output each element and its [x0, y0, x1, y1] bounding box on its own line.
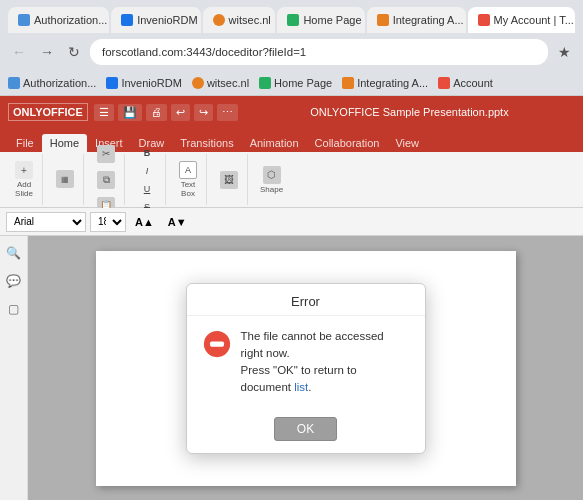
oo-sidebar: 🔍 💬 ▢ — [0, 236, 28, 500]
oo-more-icon[interactable]: ⋯ — [217, 104, 238, 121]
ribbon-tab-collaboration[interactable]: Collaboration — [307, 134, 388, 152]
bookmark-homepage[interactable]: Home Page — [259, 77, 332, 89]
bookmark-integrating[interactable]: Integrating A... — [342, 77, 428, 89]
tab-favicon-homepage — [287, 14, 299, 26]
slides-panel-button[interactable]: ▢ — [3, 298, 25, 320]
error-message: The file cannot be accessed right now. P… — [241, 328, 409, 397]
address-bar: ← → ↻ ★ — [0, 34, 583, 70]
ribbon-tab-file[interactable]: File — [8, 134, 42, 152]
browser-chrome: Authorization... InvenioRDM witsec.nl Ho… — [0, 0, 583, 96]
oo-topbar: ONLYOFFICE ☰ 💾 🖨 ↩ ↪ ⋯ ONLYOFFICE Sample… — [0, 96, 583, 128]
onlyoffice-app: ONLYOFFICE ☰ 💾 🖨 ↩ ↪ ⋯ ONLYOFFICE Sample… — [0, 96, 583, 500]
ribbon-tabs: File Home Insert Draw Transitions Animat… — [0, 128, 583, 152]
shape-icon: ⬡ — [263, 166, 281, 184]
bookmark-favicon-account — [438, 77, 450, 89]
toolbar-group-font: B I U S — [129, 154, 166, 205]
bold-button[interactable]: B — [133, 145, 161, 161]
bookmark-favicon-authorization — [8, 77, 20, 89]
tab-favicon-authorization — [18, 14, 30, 26]
tab-favicon-integrating — [377, 14, 389, 26]
tab-homepage[interactable]: Home Page — [277, 7, 364, 33]
oo-main-area: 🔍 💬 ▢ Error The file cannot be acce — [0, 236, 583, 500]
ribbon-tab-transitions[interactable]: Transitions — [172, 134, 241, 152]
search-tool-button[interactable]: 🔍 — [3, 242, 25, 264]
bookmark-button[interactable]: ★ — [554, 42, 575, 62]
layout-icon: ▦ — [56, 170, 74, 188]
bookmark-favicon-integrating — [342, 77, 354, 89]
svg-rect-1 — [210, 341, 224, 346]
dialog-title: Error — [187, 284, 425, 316]
tab-authorization[interactable]: Authorization... — [8, 7, 109, 33]
url-input[interactable] — [90, 39, 548, 65]
ribbon-tab-home[interactable]: Home — [42, 134, 87, 152]
oo-topbar-icons: ☰ 💾 🖨 ↩ ↪ ⋯ — [94, 104, 238, 121]
bookmark-witsec[interactable]: witsec.nl — [192, 77, 249, 89]
toolbar-group-text: A TextBox — [170, 154, 207, 205]
tab-myaccount[interactable]: My Account | T... — [468, 7, 575, 33]
toolbar-group-clipboard: ✂ ⧉ 📋 — [88, 154, 125, 205]
image-icon: 🖼 — [220, 171, 238, 189]
bookmark-authorization[interactable]: Authorization... — [8, 77, 96, 89]
shape-button[interactable]: ⬡ Shape — [256, 163, 287, 197]
error-dialog: Error The file cannot be accessed right … — [186, 283, 426, 454]
bookmark-favicon-homepage — [259, 77, 271, 89]
tab-favicon-myaccount — [478, 14, 490, 26]
ribbon-tab-view[interactable]: View — [387, 134, 427, 152]
ribbon-tab-animation[interactable]: Animation — [242, 134, 307, 152]
font-size-select[interactable]: 18 — [90, 212, 126, 232]
bookmark-inveniordm[interactable]: InvenioRDM — [106, 77, 182, 89]
forward-button[interactable]: → — [36, 42, 58, 62]
tab-witsec[interactable]: witsec.nl — [203, 7, 276, 33]
bookmark-favicon-witsec — [192, 77, 204, 89]
dialog-footer: OK — [187, 409, 425, 453]
oo-logo: ONLYOFFICE — [8, 103, 88, 121]
tab-favicon-witsec — [213, 14, 225, 26]
bookmark-favicon-inveniordm — [106, 77, 118, 89]
copy-button[interactable]: ⧉ — [92, 168, 120, 192]
italic-button[interactable]: I — [133, 163, 161, 179]
bookmark-account[interactable]: Account — [438, 77, 493, 89]
tab-favicon-inveniordm — [121, 14, 133, 26]
cut-icon: ✂ — [97, 145, 115, 163]
cut-button[interactable]: ✂ — [92, 142, 120, 166]
error-stop-icon — [203, 330, 231, 358]
toolbar-group-shape: ⬡ Shape — [252, 154, 291, 205]
font-size-increase-button[interactable]: A▲ — [130, 212, 159, 232]
add-slide-icon: + — [15, 161, 33, 179]
layout-button[interactable]: ▦ — [51, 167, 79, 192]
add-slide-button[interactable]: + AddSlide — [10, 158, 38, 201]
tab-bar: Authorization... InvenioRDM witsec.nl Ho… — [0, 0, 583, 34]
image-button[interactable]: 🖼 — [215, 168, 243, 192]
tab-inveniordm[interactable]: InvenioRDM — [111, 7, 200, 33]
textbox-button[interactable]: A TextBox — [174, 158, 202, 201]
ok-button[interactable]: OK — [274, 417, 337, 441]
font-size-decrease-button[interactable]: A▼ — [163, 212, 192, 232]
toolbar-group-layout: ▦ — [47, 154, 84, 205]
dialog-body: The file cannot be accessed right now. P… — [187, 316, 425, 409]
comments-tool-button[interactable]: 💬 — [3, 270, 25, 292]
toolbar-group-image: 🖼 — [211, 154, 248, 205]
oo-print-icon[interactable]: 🖨 — [146, 104, 167, 121]
font-bar: Arial 18 A▲ A▼ — [0, 208, 583, 236]
document-list-link[interactable]: list — [294, 381, 308, 393]
oo-menu-icon[interactable]: ☰ — [94, 104, 114, 121]
oo-file-title: ONLYOFFICE Sample Presentation.pptx — [244, 106, 575, 118]
underline-button[interactable]: U — [133, 181, 161, 197]
font-family-select[interactable]: Arial — [6, 212, 86, 232]
oo-save-icon[interactable]: 💾 — [118, 104, 142, 121]
copy-icon: ⧉ — [97, 171, 115, 189]
dialog-overlay: Error The file cannot be accessed right … — [28, 236, 583, 500]
ribbon-toolbar: + AddSlide ▦ ✂ ⧉ 📋 B I U S — [0, 152, 583, 208]
toolbar-group-slide: + AddSlide — [6, 154, 43, 205]
bookmarks-bar: Authorization... InvenioRDM witsec.nl Ho… — [0, 70, 583, 96]
oo-redo-icon[interactable]: ↪ — [194, 104, 213, 121]
reload-button[interactable]: ↻ — [64, 42, 84, 62]
textbox-icon: A — [179, 161, 197, 179]
slide-area: Error The file cannot be accessed right … — [28, 236, 583, 500]
oo-undo-icon[interactable]: ↩ — [171, 104, 190, 121]
back-button[interactable]: ← — [8, 42, 30, 62]
tab-integrating[interactable]: Integrating A... — [367, 7, 466, 33]
